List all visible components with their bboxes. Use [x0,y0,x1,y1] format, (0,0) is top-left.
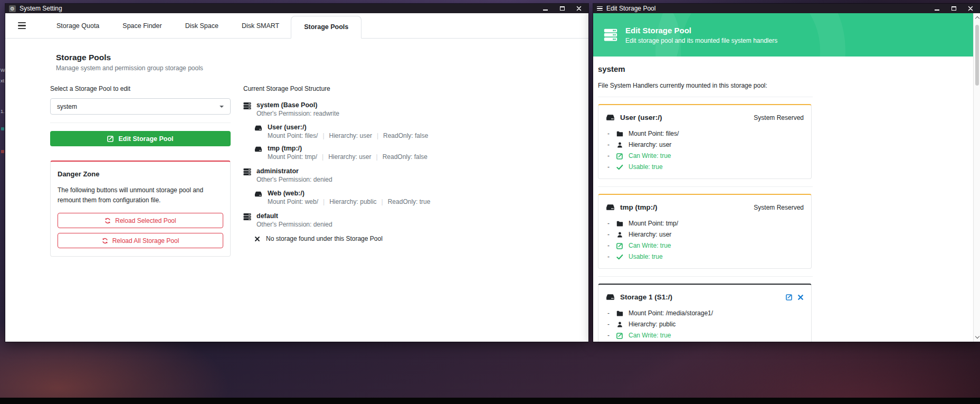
storage-node: Web (web:/) Mount Point: web/Hierarchy: … [254,190,430,205]
divider [598,97,813,97]
storage-name: User (user:/) [268,124,428,131]
scrollbar[interactable] [973,13,980,342]
tab-space-finder[interactable]: Space Finder [111,14,173,38]
hamburger-menu-icon[interactable] [18,22,26,29]
edit-pool-header: Edit Storage Pool Edit storage pool and … [593,13,973,57]
hdd-icon [606,203,615,212]
desktop-icon [1,150,4,153]
window-controls [934,5,976,12]
danger-zone-description: The following buttons will unmount stora… [58,185,223,205]
page-title: Storage Pools [56,53,588,62]
minimize-icon [543,10,548,11]
handler-property: Mount Point: tmp/ [606,220,804,227]
tab-storage-quota[interactable]: Storage Quota [45,14,111,38]
person-icon [616,142,623,148]
handler-property: Usable: true [606,253,804,260]
reload-all-pool-button[interactable]: Reload All Storage Pool [58,233,223,248]
handler-name: Storage 1 (S1:/) [620,293,672,301]
pool-permission: Other's Permission: denied [256,176,332,183]
select-pool-label: Select a Storage Pool to edit [50,85,231,92]
edit-icon [616,242,623,249]
close-icon [576,6,582,11]
refresh-icon [102,238,108,244]
refresh-icon [104,218,111,224]
desktop-icon [1,127,4,130]
storage-name: tmp (tmp:/) [268,145,427,152]
handler-name: tmp (tmp:/) [620,203,657,211]
handler-card-user: User (user:/) System Reserved Mount Poin… [598,104,812,179]
maximize-button[interactable] [950,5,957,12]
server-icon [243,213,251,221]
reload-selected-pool-label: Reload Selected Pool [115,217,176,224]
storage-meta: Mount Point: files/Hierarchy: userReadOn… [268,132,428,139]
handler-actions [786,294,804,300]
reload-selected-pool-button[interactable]: Reload Selected Pool [58,213,223,228]
handler-property: Mount Point: files/ [606,130,804,137]
storage-meta: Mount Point: web/Hierarchy: publicReadOn… [268,198,430,205]
pool-name: administrator [256,167,332,175]
x-icon [254,236,260,242]
header-subtitle: Edit storage pool and its mounted file s… [625,37,777,44]
check-icon [616,253,623,260]
person-icon [616,321,623,328]
storage-node: User (user:/) Mount Point: files/Hierarc… [254,124,430,139]
edit-icon [786,294,793,300]
window-controls [542,5,584,12]
hdd-icon [606,113,615,122]
tab-disk-smart[interactable]: Disk SMART [230,14,291,38]
pool-structure-column: Current Storage Pool Structure system (B… [243,85,430,257]
close-button[interactable] [967,5,974,12]
divider [598,186,813,187]
x-icon [797,294,804,300]
edit-handler-button[interactable] [786,294,793,300]
desktop-icon-label: 1. [1,109,5,114]
handlers-description: File System Handlers currently mounted i… [598,82,813,89]
edit-pool-content: Edit Storage Pool Edit storage pool and … [593,13,973,342]
handler-card-storage1: Storage 1 (S1:/) Mount Point: /me [598,284,812,342]
hdd-icon [606,293,615,302]
server-icon [243,102,251,110]
pool-node: administrator Other's Permission: denied… [243,167,430,205]
storage-node: tmp (tmp:/) Mount Point: tmp/Hierarchy: … [254,145,430,161]
structure-label: Current Storage Pool Structure [243,85,430,92]
handler-property: Mount Point: /media/storage1/ [606,309,804,317]
minimize-button[interactable] [934,5,940,12]
scroll-down-icon[interactable] [975,334,979,339]
edit-pool-titlebar: Edit Storage Pool [593,4,980,13]
danger-zone-card: Danger Zone The following buttons will u… [50,161,231,257]
edit-icon [616,332,623,339]
storage-pool-select[interactable]: system [50,98,231,115]
taskbar [0,398,980,404]
folder-icon [616,220,623,227]
edit-storage-pool-label: Edit Storage Pool [118,135,173,143]
pool-edit-column: Select a Storage Pool to edit system Edi… [50,85,231,257]
tab-disk-space[interactable]: Disk Space [174,14,230,38]
pool-name: default [256,212,332,220]
handler-property: Can Write: true [606,152,804,159]
storage-name: Web (web:/) [268,190,430,197]
system-setting-window: ⚙ System Setting Storage Quota Space Fin… [5,4,588,342]
page-subtitle: Manage system and permission group stora… [56,64,588,72]
close-button[interactable] [576,5,582,12]
pool-permission: Other's Permission: readwrite [256,110,339,117]
edit-storage-pool-window: Edit Storage Pool Edit Storage Pool Edit… [593,4,980,342]
handler-card-tmp: tmp (tmp:/) System Reserved Mount Point:… [598,194,812,269]
hdd-icon [254,190,262,198]
maximize-button[interactable] [559,5,565,12]
window-title: System Setting [20,5,62,12]
handler-property: Hierarchy: public [606,321,804,328]
storage-pool-select-value: system [57,103,77,110]
minimize-button[interactable] [542,5,548,12]
remove-handler-button[interactable] [797,294,804,300]
close-icon [968,6,973,11]
edit-storage-pool-button[interactable]: Edit Storage Pool [50,131,231,146]
danger-zone-title: Danger Zone [58,170,223,178]
scroll-up-icon[interactable] [975,16,979,21]
list-icon [597,6,603,11]
reload-all-pool-label: Reload All Storage Pool [112,237,179,245]
edit-icon [616,153,623,159]
scrollbar-thumb[interactable] [975,25,979,86]
tab-storage-pools[interactable]: Storage Pools [291,16,361,39]
edit-icon [107,135,114,142]
handler-property: Usable: true [606,163,804,171]
